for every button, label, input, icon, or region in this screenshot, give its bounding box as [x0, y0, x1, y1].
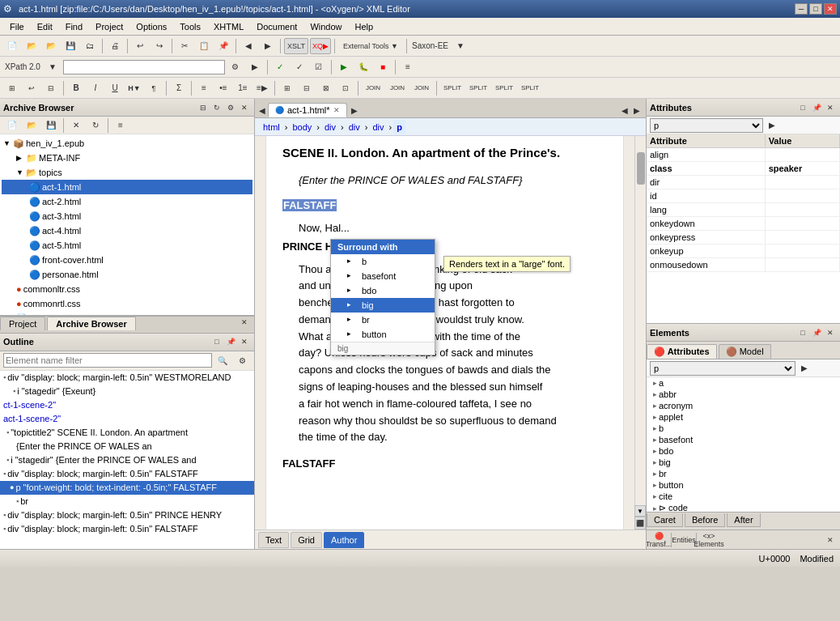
elem-item-abbr[interactable]: ▸ abbr	[647, 389, 840, 400]
mode-author[interactable]: Author	[324, 532, 364, 548]
xpath-dropdown[interactable]: ▼	[44, 59, 62, 75]
attr-value-id[interactable]	[765, 189, 839, 203]
outline-item-11[interactable]: ▪ div "display: block; margin-left: 0.5i…	[0, 522, 254, 536]
elem-item-basefont[interactable]: ▸ basefont	[647, 434, 840, 445]
more-btn[interactable]: ≡	[399, 59, 417, 75]
attr-row-lang[interactable]: lang	[647, 203, 840, 217]
tab-close-btn[interactable]: ✕	[333, 106, 340, 114]
split-btn4[interactable]: SPLIT	[518, 80, 542, 96]
bc-p[interactable]: p	[393, 120, 405, 134]
menu-options[interactable]: Options	[129, 20, 173, 33]
outline-search-btn[interactable]: 🔍	[214, 352, 231, 368]
open-button[interactable]: 📂	[23, 38, 40, 54]
xpath-input[interactable]	[63, 60, 225, 74]
ab-save-btn[interactable]: 💾	[42, 117, 60, 134]
split-btn3[interactable]: SPLIT	[492, 80, 516, 96]
italic-button[interactable]: I	[87, 80, 104, 96]
elem-arrow-right[interactable]: ▶	[795, 360, 813, 376]
attr-value-onkeyup[interactable]	[765, 245, 839, 258]
copy-button[interactable]: 📋	[195, 38, 213, 54]
elem-dropdown[interactable]: p	[650, 361, 795, 376]
elem-item-acronym[interactable]: ▸ acronym	[647, 400, 840, 411]
elem-item-code[interactable]: ▸ ⊳ code	[647, 502, 840, 512]
check-button[interactable]: ☑	[310, 59, 328, 75]
attr-row-onmousedown[interactable]: onmousedown	[647, 258, 840, 272]
mode-text[interactable]: Text	[258, 532, 289, 548]
tree-item-personae[interactable]: 🔵 personae.html	[2, 267, 252, 282]
elem-item-b[interactable]: ▸ b	[647, 423, 840, 434]
transform-btn[interactable]: 🔴 Transf...	[650, 532, 668, 548]
xpath-run[interactable]: ▶	[246, 59, 264, 75]
surround-item-bdo[interactable]: ▸ bdo	[331, 283, 435, 298]
caret-tab[interactable]: Caret	[647, 513, 683, 527]
bc-div3[interactable]: div	[369, 120, 387, 134]
attr-close[interactable]: ✕	[824, 101, 837, 113]
bold-button[interactable]: B	[67, 80, 85, 96]
validate2-button[interactable]: ✓	[291, 59, 308, 75]
menu-document[interactable]: Document	[250, 20, 303, 33]
before-tab[interactable]: Before	[685, 513, 725, 527]
ab-open-btn[interactable]: 📂	[23, 117, 40, 134]
elem-item-button[interactable]: ▸ button	[647, 479, 840, 491]
table-btn1[interactable]: ⊞	[278, 80, 296, 96]
outline-item-3[interactable]: act-1-scene-2"	[0, 412, 254, 426]
settings-btn[interactable]: ⚙	[224, 101, 237, 113]
minimize-button[interactable]: ─	[795, 3, 808, 15]
ab-new-btn[interactable]: 📄	[3, 117, 21, 134]
attr-value-onkeypress[interactable]	[765, 231, 839, 245]
new-button[interactable]: 📄	[3, 38, 21, 54]
sigma-button[interactable]: Σ	[170, 80, 188, 96]
elem-tab-attributes[interactable]: 🔴 Attributes	[647, 344, 717, 359]
tab-scroll-right[interactable]: ▶	[349, 103, 360, 117]
attr-row-onkeyup[interactable]: onkeyup	[647, 245, 840, 258]
close-button[interactable]: ✕	[824, 3, 837, 15]
elem-item-cite[interactable]: ▸ cite	[647, 491, 840, 502]
elem-item-applet[interactable]: ▸ applet	[647, 411, 840, 423]
outline-maximize[interactable]: □	[210, 336, 223, 348]
format-btn1[interactable]: ⊞	[3, 80, 21, 96]
outline-item-5[interactable]: {Enter the PRINCE OF WALES an	[0, 440, 254, 453]
attr-value-dir[interactable]	[765, 176, 839, 189]
underline-button[interactable]: U	[106, 80, 124, 96]
surround-item-button[interactable]: ▸ button	[331, 327, 435, 342]
scroll-down-btn[interactable]: ▼	[634, 505, 646, 517]
menu-edit[interactable]: Edit	[31, 20, 59, 33]
editor-scrollbar[interactable]: ▼ ⬛	[634, 136, 646, 530]
run-btn[interactable]: ▶	[335, 59, 353, 75]
tree-item-commonltr[interactable]: ● commonltr.css	[2, 282, 252, 296]
outline-item-6[interactable]: ▪ i "stagedir" {Enter the PRINCE OF WALE…	[0, 453, 254, 467]
entities-btn[interactable]: Entities	[675, 532, 693, 548]
elem-tab-model[interactable]: 🟤 Model	[719, 344, 771, 359]
archive-browser-tab[interactable]: Archive Browser	[47, 317, 135, 330]
attr-row-class[interactable]: class speaker	[647, 162, 840, 176]
menu-tools[interactable]: Tools	[173, 20, 207, 33]
elem-item-br[interactable]: ▸ br	[647, 468, 840, 479]
outline-filter-input[interactable]	[3, 353, 212, 368]
tree-item-content-opf[interactable]: 📄 content.opf	[2, 311, 252, 315]
outline-item-4[interactable]: ▪ "topictitle2" SCENE II. London. An apa…	[0, 426, 254, 440]
stop-btn[interactable]: ■	[374, 59, 392, 75]
surround-item-br[interactable]: ▸ br	[331, 313, 435, 327]
saxon-dropdown[interactable]: ▼	[452, 38, 469, 54]
outline-item-1[interactable]: ▪ i "stagedir" {Exeunt}	[0, 385, 254, 398]
elem-item-big[interactable]: ▸ big	[647, 457, 840, 468]
element-dropdown[interactable]: p	[650, 118, 763, 133]
list-btn3[interactable]: 1≡	[234, 80, 252, 96]
outline-item-10[interactable]: ▪ div "display: block; margin-left: 0.5i…	[0, 508, 254, 522]
redo-button[interactable]: ↪	[151, 38, 168, 54]
elem-maximize[interactable]: □	[796, 326, 809, 338]
attr-row-align[interactable]: align	[647, 148, 840, 162]
list-btn1[interactable]: ≡	[195, 80, 213, 96]
tree-item-meta-inf[interactable]: ▶ 📁 META-INF	[2, 151, 252, 165]
xpath-settings[interactable]: ⚙	[227, 59, 244, 75]
format-btn3[interactable]: ⊟	[42, 80, 60, 96]
table-btn3[interactable]: ⊠	[317, 80, 335, 96]
editor-content[interactable]: SCENE II. London. An apartment of the Pr…	[266, 136, 634, 530]
menu-window[interactable]: Window	[303, 20, 348, 33]
ab-more-btn[interactable]: ≡	[112, 117, 129, 134]
attr-arrow-right[interactable]: ▶	[763, 117, 781, 134]
xquery-button[interactable]: XQ▶	[310, 38, 331, 54]
tree-item-topics[interactable]: ▼ 📂 topics	[2, 165, 252, 180]
list-btn4[interactable]: ≡▶	[253, 80, 271, 96]
close-panel-btn[interactable]: ✕	[238, 101, 251, 113]
